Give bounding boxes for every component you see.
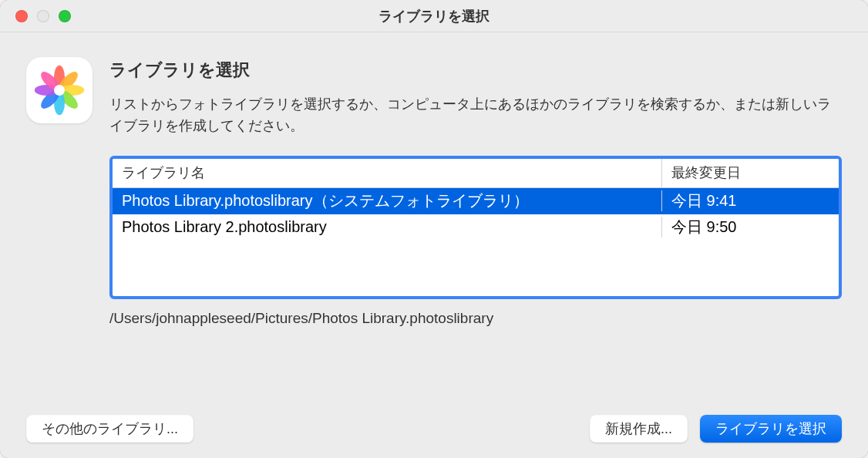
library-table: ライブラリ名 最終変更日 Photos Library.photoslibrar…: [109, 156, 842, 299]
cell-modified: 今日 9:50: [661, 217, 839, 237]
maximize-icon[interactable]: [59, 10, 71, 22]
selected-path: /Users/johnappleseed/Pictures/Photos Lib…: [109, 310, 842, 327]
close-icon[interactable]: [15, 10, 28, 22]
titlebar: ライブラリを選択: [0, 0, 868, 32]
header-text: ライブラリを選択 リストからフォトライブラリを選択するか、コンピュータ上にあるほ…: [109, 57, 842, 137]
minimize-icon: [37, 10, 49, 22]
table-row[interactable]: [113, 267, 839, 293]
window-controls: [0, 10, 71, 22]
table-row[interactable]: Photos Library 2.photoslibrary 今日 9:50: [113, 214, 839, 241]
cell-name: Photos Library.photoslibrary（システムフォトライブラ…: [113, 190, 661, 211]
window-title: ライブラリを選択: [378, 7, 490, 25]
dialog-description: リストからフォトライブラリを選択するか、コンピュータ上にあるほかのライブラリを検…: [109, 94, 842, 137]
dialog-heading: ライブラリを選択: [109, 59, 842, 82]
choose-library-button[interactable]: ライブラリを選択: [700, 415, 842, 443]
header-row: ライブラリを選択 リストからフォトライブラリを選択するか、コンピュータ上にあるほ…: [26, 57, 842, 137]
button-row: その他のライブラリ... 新規作成... ライブラリを選択: [26, 392, 842, 443]
svg-point-8: [54, 85, 65, 96]
table-row[interactable]: Photos Library.photoslibrary（システムフォトライブラ…: [113, 188, 839, 214]
table-header: ライブラリ名 最終変更日: [113, 159, 839, 188]
other-library-button[interactable]: その他のライブラリ...: [26, 415, 193, 443]
photos-app-icon: [26, 57, 93, 123]
column-name[interactable]: ライブラリ名: [113, 159, 661, 187]
dialog-window: ライブラリを選択: [0, 0, 868, 458]
cell-name: Photos Library 2.photoslibrary: [113, 218, 661, 236]
cell-modified: 今日 9:41: [661, 190, 839, 211]
dialog-content: ライブラリを選択 リストからフォトライブラリを選択するか、コンピュータ上にあるほ…: [0, 32, 868, 458]
table-row[interactable]: [113, 241, 839, 267]
create-new-button[interactable]: 新規作成...: [590, 415, 688, 443]
table-body: Photos Library.photoslibrary（システムフォトライブラ…: [113, 188, 839, 296]
column-modified[interactable]: 最終変更日: [661, 159, 839, 187]
